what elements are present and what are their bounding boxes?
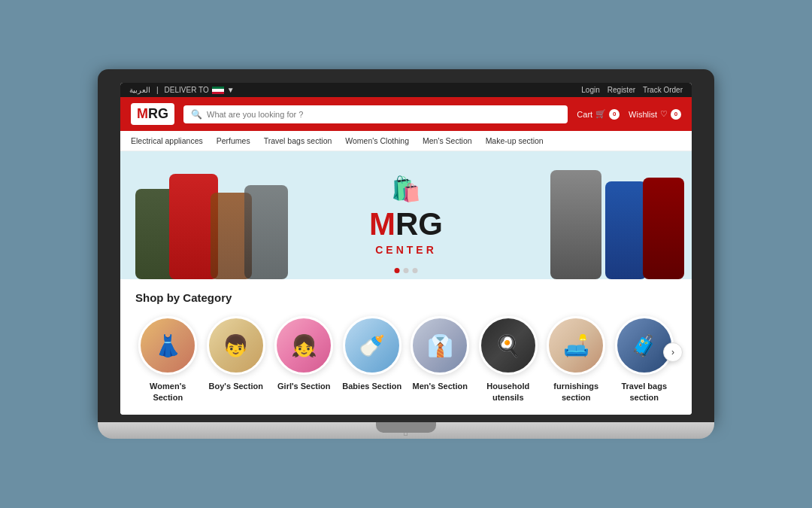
banner-center-text: CENTER [369,244,443,256]
banner-logo-m: M [369,206,395,242]
track-order-link[interactable]: Track Order [643,86,683,94]
flag-icon [212,87,224,94]
category-circle-boys: 👦 [207,316,265,375]
nav-item-travel-bags[interactable]: Travel bags section [264,136,332,145]
hero-banner: 🛍️ M RG CENTER [120,151,692,279]
girls-label: Girl's Section [277,381,330,391]
rcoat-red [643,178,684,279]
babies-label: Babies Section [342,381,401,391]
cart-badge: 0 [609,109,620,120]
cart-button[interactable]: Cart 🛒 0 [577,109,620,120]
babies-icon: 🍼 [345,318,399,373]
wishlist-badge: 0 [671,109,681,120]
furnishings-icon: 🛋️ [549,318,603,373]
screen-bezel: العربية | DELIVER TO ▼ Login Register Tr… [98,69,714,422]
divider: | [156,86,159,94]
categories-row: 👗 Women'sSection 👦 Boy's Section 👧 [135,316,677,403]
login-link[interactable]: Login [581,86,599,94]
men-icon: 👔 [413,318,467,373]
deliver-to-label: DELIVER TO [165,86,209,94]
heart-icon: ♡ [660,109,668,119]
rcoat-grey [550,170,601,279]
category-item-girls[interactable]: 👧 Girl's Section [271,316,337,391]
shop-section-title: Shop by Category [135,291,677,304]
category-circle-babies: 🍼 [343,316,401,375]
wishlist-label: Wishlist [629,110,657,119]
deliver-to[interactable]: DELIVER TO ▼ [165,86,235,94]
arabic-label[interactable]: العربية [129,86,150,94]
site-logo[interactable]: MRG [131,103,174,125]
category-item-boys[interactable]: 👦 Boy's Section [204,316,269,391]
banner-coats-right [511,151,692,279]
laptop-base:  [98,422,714,439]
category-circle-men: 👔 [411,316,469,375]
cart-icon: 🛒 [595,109,606,119]
search-icon: 🔍 [191,109,202,120]
shop-by-category: Shop by Category 👗 Women'sSection 👦 Boy'… [120,279,692,415]
site-header: MRG 🔍 Cart 🛒 0 Wishlist ♡ 0 [120,97,692,131]
logo-m: M [137,106,148,122]
wishlist-button[interactable]: Wishlist ♡ 0 [629,109,681,120]
next-arrow-button[interactable]: › [663,342,683,362]
rcoat-blue [605,181,647,279]
nav-item-makeup[interactable]: Make-up section [486,136,544,145]
browser-window: العربية | DELIVER TO ▼ Login Register Tr… [120,83,692,415]
category-item-women[interactable]: 👗 Women'sSection [135,316,201,403]
laptop-notch [376,422,436,433]
category-item-men[interactable]: 👔 Men's Section [408,316,473,391]
men-label: Men's Section [412,381,468,391]
furnishings-label: furnishingssection [553,381,598,403]
household-icon: 🍳 [481,318,535,373]
category-item-furnishings[interactable]: 🛋️ furnishingssection [544,316,609,403]
cart-label: Cart [577,110,592,119]
banner-logo-center: 🛍️ M RG CENTER [369,175,443,256]
dot-2[interactable] [404,268,409,273]
dot-1[interactable] [395,268,400,273]
banner-bag-icon: 🛍️ [369,175,443,203]
logo-rg: RG [148,106,168,122]
banner-dots [395,268,418,273]
header-actions: Cart 🛒 0 Wishlist ♡ 0 [577,109,681,120]
banner-logo: M RG [369,206,443,242]
banner-logo-rg: RG [395,206,443,242]
search-input[interactable] [207,110,560,119]
category-circle-household: 🍳 [479,316,538,375]
household-label: Householdutensils [486,381,529,403]
category-item-household[interactable]: 🍳 Householdutensils [476,316,541,403]
category-circle-girls: 👧 [274,316,333,375]
nav-item-mens-section[interactable]: Men's Section [423,136,472,145]
women-label: Women'sSection [150,381,186,403]
top-bar-left: العربية | DELIVER TO ▼ [129,86,235,94]
category-circle-women: 👗 [138,316,197,375]
laptop-container: العربية | DELIVER TO ▼ Login Register Tr… [98,69,714,439]
boys-icon: 👦 [209,318,263,373]
category-circle-furnishings: 🛋️ [547,316,605,375]
register-link[interactable]: Register [607,86,635,94]
nav-item-perfumes[interactable]: Perfumes [217,136,250,145]
category-item-babies[interactable]: 🍼 Babies Section [340,316,405,391]
travel-icon: 🧳 [617,318,671,373]
travel-label: Travel bagssection [621,381,667,403]
women-icon: 👗 [141,318,195,373]
search-bar[interactable]: 🔍 [183,105,568,123]
girls-icon: 👧 [277,318,331,373]
nav-item-electrical[interactable]: Electrical appliances [131,136,203,145]
dot-3[interactable] [413,268,418,273]
top-bar: العربية | DELIVER TO ▼ Login Register Tr… [120,83,692,97]
nav-item-womens-clothing[interactable]: Women's Clothing [345,136,409,145]
chevron-down-icon: ▼ [227,86,235,94]
banner-coats-left [120,151,331,279]
boys-label: Boy's Section [209,381,263,391]
top-bar-right: Login Register Track Order [581,86,683,94]
coat-dark [244,185,288,279]
nav-bar: Electrical appliances Perfumes Travel ba… [120,131,692,151]
